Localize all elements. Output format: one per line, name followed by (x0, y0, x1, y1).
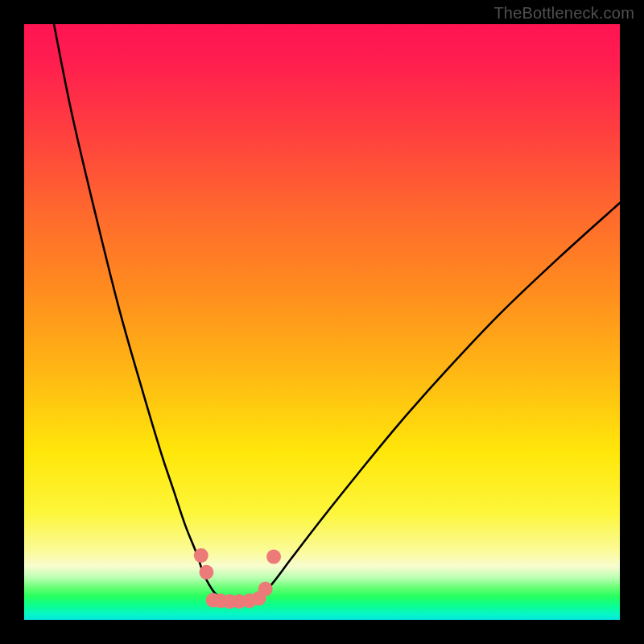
curve-marker (258, 582, 273, 597)
curve-marker (194, 548, 208, 563)
curve-markers (194, 548, 281, 609)
bottleneck-curve-right (262, 203, 620, 595)
curve-marker (199, 565, 213, 580)
curve-layer (24, 24, 620, 620)
curve-marker (266, 550, 281, 564)
watermark-text: TheBottleneck.com (493, 4, 634, 23)
bottleneck-curve-left (54, 24, 221, 598)
plot-area (24, 24, 620, 620)
chart-frame: TheBottleneck.com (0, 0, 644, 644)
